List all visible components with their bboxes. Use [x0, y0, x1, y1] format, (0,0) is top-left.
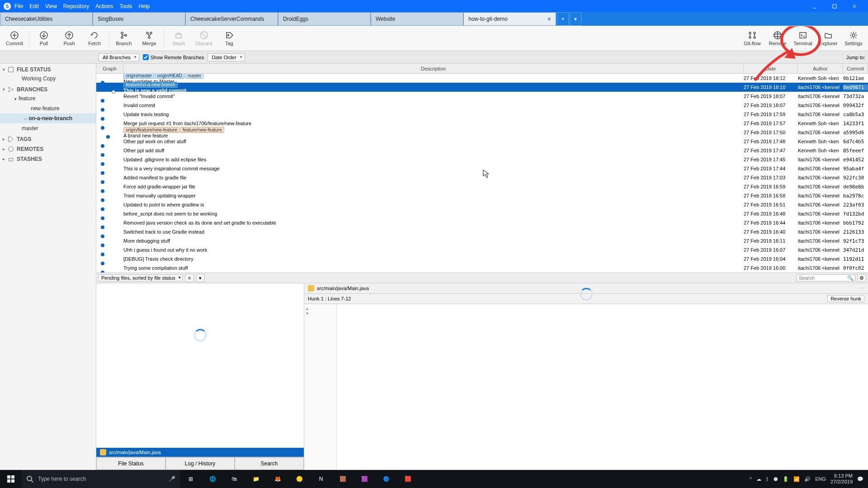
commit-row[interactable]: [DEBUG] Travis check directory27 Feb 201… [96, 254, 868, 263]
search-settings-icon[interactable]: ⚙ [857, 274, 866, 282]
sourcetree-taskbar-icon[interactable]: 🔵 [375, 470, 397, 488]
diff-more-icon[interactable]: ⋯ [859, 286, 864, 291]
edge-icon[interactable]: 🌐 [202, 470, 223, 488]
window-minimize-icon[interactable] [805, 0, 825, 12]
ref-label[interactable]: feature/on-a-new-branch [123, 82, 178, 88]
gitflow-button[interactable]: Git-flow [740, 31, 765, 46]
ref-label[interactable]: origin/master [123, 74, 154, 79]
add-tab-button[interactable]: + [557, 12, 569, 26]
tab-loghistory[interactable]: Log / History [165, 457, 235, 470]
chrome-icon[interactable]: 🟡 [288, 470, 310, 488]
taskbar-search[interactable]: Type here to search 🎤 [22, 470, 180, 488]
list-view-dropdown-icon[interactable]: ▾ [196, 274, 205, 282]
tray-clock[interactable]: 6:13 PM 27/2/2019 [830, 473, 853, 485]
pending-sort-dropdown[interactable]: Pending files, sorted by file status [98, 274, 183, 282]
search-input[interactable] [797, 274, 855, 282]
tray-onedrive-icon[interactable]: ☁ [756, 476, 761, 482]
commit-row[interactable]: Other ppl add stuff27 Feb 2019 17:47Kenn… [96, 146, 868, 155]
ref-label[interactable]: origin/HEAD [155, 74, 184, 79]
tab-search[interactable]: Search [235, 457, 304, 470]
commit-row[interactable]: Removed java version check as its done a… [96, 218, 868, 227]
col-description[interactable]: Description [123, 64, 744, 73]
explorer-icon[interactable]: 📁 [245, 470, 267, 488]
commit-row[interactable]: Revert "Invalid commit"27 Feb 2019 18:07… [96, 92, 868, 101]
ref-label[interactable]: master [185, 74, 204, 79]
app-icon[interactable]: 🟥 [397, 470, 419, 488]
terminal-button[interactable]: Terminal [790, 31, 816, 46]
stash-button[interactable]: Stash [166, 31, 191, 46]
reverse-hunk-button[interactable]: Reverse hunk [827, 295, 864, 302]
taskview-icon[interactable]: ⊞ [180, 470, 202, 488]
repo-tab[interactable]: CheesecakeServerCommands [185, 12, 278, 26]
firefox-icon[interactable]: 🦊 [267, 470, 288, 488]
sidebar-branch-onanewbranch[interactable]: on-a-new-branch [0, 113, 96, 123]
commit-row[interactable]: Invalid commit27 Feb 2019 18:07itachi170… [96, 101, 868, 110]
close-icon[interactable]: × [547, 15, 551, 23]
commit-row[interactable]: Added manifest to gradle file27 Feb 2019… [96, 173, 868, 182]
tab-list-dropdown[interactable]: ▾ [570, 12, 581, 26]
sidebar-branches[interactable]: ▾BRANCHES [0, 84, 96, 94]
commit-row[interactable]: More debugging stuff27 Feb 2019 16:11ita… [96, 236, 868, 245]
menu-file[interactable]: File [14, 3, 23, 9]
tray-chevron-icon[interactable]: ^ [750, 476, 752, 482]
commit-list[interactable]: origin/masterorigin/HEADmasterNew update… [96, 74, 868, 272]
tray-bluetooth-icon[interactable]: ᛒ [766, 476, 769, 482]
tray-wifi-icon[interactable]: 📶 [793, 476, 800, 482]
minecraft-icon[interactable]: 🟫 [332, 470, 354, 488]
sidebar-stashes[interactable]: ▸STASHES [0, 153, 96, 163]
store-icon[interactable]: 🛍 [223, 470, 245, 488]
menu-help[interactable]: Help [139, 3, 150, 9]
col-graph[interactable]: Graph [96, 64, 123, 73]
commit-button[interactable]: Commit [2, 31, 27, 46]
repo-tab[interactable]: DroidEggs [278, 12, 371, 26]
menu-actions[interactable]: Actions [95, 3, 113, 9]
commit-row[interactable]: feature/on-a-new-branchThis is now a val… [96, 83, 868, 92]
explorer-button[interactable]: Explorer [816, 31, 841, 46]
branch-filter-dropdown[interactable]: All Branches [99, 53, 139, 61]
commit-row[interactable]: Update travis testing27 Feb 2019 17:59it… [96, 110, 868, 119]
commit-row[interactable]: Force add gradle-wrapper jar file27 Feb … [96, 182, 868, 191]
ref-label[interactable]: feature/new-feature [180, 127, 224, 133]
tray-notifications-icon[interactable]: 💬 [857, 476, 863, 482]
ref-label[interactable]: origin/feature/new-feature [123, 127, 179, 133]
cortana-mic-icon[interactable]: 🎤 [169, 476, 175, 482]
commit-row[interactable]: This is a very inspirational commit mess… [96, 164, 868, 173]
menu-repository[interactable]: Repository [63, 3, 89, 9]
branch-button[interactable]: Branch [111, 31, 137, 46]
tray-lang[interactable]: ENG [815, 476, 826, 482]
sidebar-tags[interactable]: ▸TAGS [0, 133, 96, 143]
commit-row[interactable]: Tried manually updating wrapper27 Feb 20… [96, 191, 868, 200]
fetch-button[interactable]: Fetch [82, 31, 107, 46]
commit-row[interactable]: Switched track to use Gradle instead27 F… [96, 227, 868, 236]
start-button[interactable] [0, 470, 22, 488]
notion-icon[interactable]: N [310, 470, 332, 488]
commit-row[interactable]: before_script does not seem to be workin… [96, 209, 868, 218]
commit-row[interactable]: Updated .gitignore to add eclipse files2… [96, 155, 868, 164]
menu-edit[interactable]: Edit [29, 3, 39, 9]
repo-tab[interactable]: Website [371, 12, 463, 26]
remote-button[interactable]: Remote [765, 31, 790, 46]
list-view-icon[interactable]: ≡ [185, 274, 194, 282]
window-maximize-icon[interactable] [825, 0, 844, 12]
menu-tools[interactable]: Tools [120, 3, 132, 9]
commit-row[interactable]: Uhh i guess i found out why it no work27… [96, 245, 868, 254]
commit-row[interactable]: Trying some compilation stuff27 Feb 2019… [96, 263, 868, 272]
tag-button[interactable]: Tag [217, 31, 242, 46]
col-date[interactable]: Date [744, 64, 798, 73]
sidebar-branch-master[interactable]: master [0, 123, 96, 133]
tray-dropbox-icon[interactable]: ⬢ [774, 476, 778, 482]
menu-view[interactable]: View [45, 3, 57, 9]
show-remote-checkbox[interactable]: Show Remote Branches [143, 54, 204, 60]
col-commit[interactable]: Commit [843, 64, 868, 73]
order-dropdown[interactable]: Date Order [208, 53, 245, 61]
discard-button[interactable]: Discard [191, 31, 217, 46]
commit-row[interactable]: origin/feature/new-featurefeature/new-fe… [96, 128, 868, 137]
system-tray[interactable]: ^ ☁ ᛒ ⬢ 🔋 📶 🔊 ENG 6:13 PM 27/2/2019 💬 [745, 473, 868, 485]
tab-filestatus[interactable]: File Status [96, 457, 165, 470]
pending-file-row[interactable]: src/main/java/Main.java [96, 448, 304, 457]
sidebar-filestatus[interactable]: ▾FILE STATUS [0, 64, 96, 74]
sidebar-workingcopy[interactable]: Working Copy [0, 74, 96, 84]
repo-tab[interactable]: CheesecakeUtilities [0, 12, 93, 26]
sidebar-feature-folder[interactable]: ▾feature [0, 94, 96, 103]
merge-button[interactable]: Merge [137, 31, 162, 46]
